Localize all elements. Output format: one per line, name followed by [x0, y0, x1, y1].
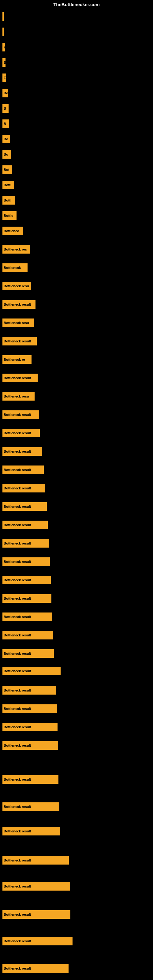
bar-label: Bottleneck result: [4, 450, 31, 453]
bar-label: Bottl: [4, 199, 11, 202]
bar-item: Bottleneck result: [2, 741, 58, 750]
bar-label: Bottleneck result: [4, 707, 31, 711]
bar-label: Bottleneck result: [4, 597, 31, 600]
bar-label: Bottleneck result: [4, 829, 31, 833]
bar-item: Bottl: [2, 181, 14, 189]
site-title: TheBottlenecker.com: [53, 2, 100, 7]
bar-label: Bottleneck result: [4, 652, 31, 655]
bar-item: Bottleneck result: [2, 300, 35, 309]
bar-label: Bottleneck result: [4, 689, 31, 692]
bar-label: Bottleneck result: [4, 913, 31, 916]
bar-item: Bottleneck result: [2, 937, 73, 945]
bar-item: E: [2, 43, 5, 51]
bar-item: Bot: [2, 165, 12, 174]
bar-item: Bottleneck result: [2, 539, 49, 547]
bar-item: Bottleneck result: [2, 594, 51, 603]
bar-label: Bottleneck result: [4, 541, 31, 545]
bar-item: Bottleneck result: [2, 802, 59, 811]
bar-label: Bottleneck result: [4, 339, 31, 343]
bar-item: Bottleneck result: [2, 723, 57, 731]
bar-label: Bo: [4, 137, 8, 141]
bar-item: Bo: [2, 89, 8, 97]
bar-label: B: [4, 60, 5, 64]
bar-label: Bo: [4, 153, 8, 156]
bar-item: Bottleneck result: [2, 576, 51, 584]
bar-label: E: [4, 76, 6, 80]
bar-item: Bottleneck result: [2, 964, 69, 973]
bar-item: Bottleneck result: [2, 484, 45, 492]
bar-label: Bottleneck result: [4, 778, 31, 781]
bar-item: B: [2, 58, 5, 67]
bar-label: Bottlenec: [4, 229, 19, 233]
bar-item: Bottleneck res: [2, 245, 30, 254]
bar-item: [2, 27, 4, 36]
bar-label: B: [4, 107, 6, 110]
bar-label: Bottleneck result: [4, 560, 31, 563]
bar-item: Bottleneck result: [2, 447, 42, 456]
bar-label: Bottleneck result: [4, 578, 31, 582]
bar-item: Bottleneck result: [2, 667, 61, 675]
bar-label: Bottleneck result: [4, 805, 31, 808]
bar-item: Bottleneck result: [2, 612, 52, 621]
bar-label: Bottleneck result: [4, 744, 31, 747]
bar-item: Bo: [2, 135, 10, 143]
bar-label: Bottleneck result: [4, 633, 31, 637]
bar-label: Bottleneck result: [4, 523, 31, 527]
bar-item: Bottleneck result: [2, 882, 70, 891]
bar-item: Bottleneck result: [2, 705, 57, 713]
bar-label: B: [4, 122, 6, 126]
bar-item: Bottleneck result: [2, 557, 50, 566]
bar-label: Bottleneck result: [4, 413, 31, 417]
bar-item: B: [2, 119, 9, 128]
bar-label: Bottleneck result: [4, 939, 31, 943]
bar-label: Bottle: [4, 214, 13, 218]
bar-label: Bo: [4, 91, 8, 95]
bar-label: Bottleneck resu: [4, 395, 29, 398]
bar-item: Bottleneck result: [2, 686, 56, 695]
bar-label: Bottleneck result: [4, 967, 31, 970]
bar-item: Bottleneck resu: [2, 282, 31, 290]
bar-label: Bottleneck result: [4, 858, 31, 862]
bar-label: Bottleneck result: [4, 468, 31, 472]
bar-item: Bottle: [2, 211, 16, 220]
bar-label: Bottleneck result: [4, 885, 31, 888]
bar-item: B: [2, 104, 9, 113]
bar-item: Bottleneck result: [2, 910, 70, 919]
bar-label: Bottleneck result: [4, 669, 31, 673]
bar-label: Bot: [4, 168, 9, 172]
bar-item: Bottleneck result: [2, 429, 40, 438]
bar-label: E: [4, 45, 5, 49]
bar-item: Bottleneck result: [2, 649, 54, 658]
bar-label: Bottleneck result: [4, 725, 31, 729]
bar-item: Bottleneck result: [2, 466, 44, 474]
bar-item: Bottlenec: [2, 227, 23, 235]
bar-item: Bottl: [2, 196, 15, 205]
bar-label: Bottleneck resu: [4, 321, 29, 325]
bar-item: Bottleneck result: [2, 856, 69, 865]
bar-item: Bo: [2, 150, 11, 159]
bar-item: E: [2, 73, 6, 82]
bar-item: Bottleneck result: [2, 631, 53, 640]
bar-label: Bottleneck re: [4, 358, 25, 361]
bar-label: Bottleneck result: [4, 376, 31, 380]
bar-item: Bottleneck resu: [2, 392, 35, 401]
bar-label: Bottleneck resu: [4, 284, 29, 288]
bar-label: Bottleneck res: [4, 247, 27, 251]
bar-label: Bottleneck result: [4, 486, 31, 490]
bar-item: Bottleneck result: [2, 520, 48, 529]
bar-label: Bottleneck result: [4, 302, 31, 306]
bar-item: [2, 12, 4, 21]
bar-label: Bottleneck result: [4, 615, 31, 619]
bar-item: Bottleneck result: [2, 775, 59, 784]
bar-item: Bottleneck re: [2, 355, 32, 364]
bar-item: Bottleneck result: [2, 337, 37, 345]
bar-item: Bottleneck resu: [2, 318, 33, 327]
bar-item: Bottleneck result: [2, 502, 47, 511]
bar-label: Bottleneck result: [4, 505, 31, 508]
bar-item: Bottleneck: [2, 263, 27, 272]
bar-label: Bottleneck: [4, 266, 21, 269]
bar-label: Bottleneck result: [4, 431, 31, 435]
bar-label: Bottl: [4, 183, 11, 187]
bar-item: Bottleneck result: [2, 410, 39, 419]
bar-item: Bottleneck result: [2, 374, 38, 382]
